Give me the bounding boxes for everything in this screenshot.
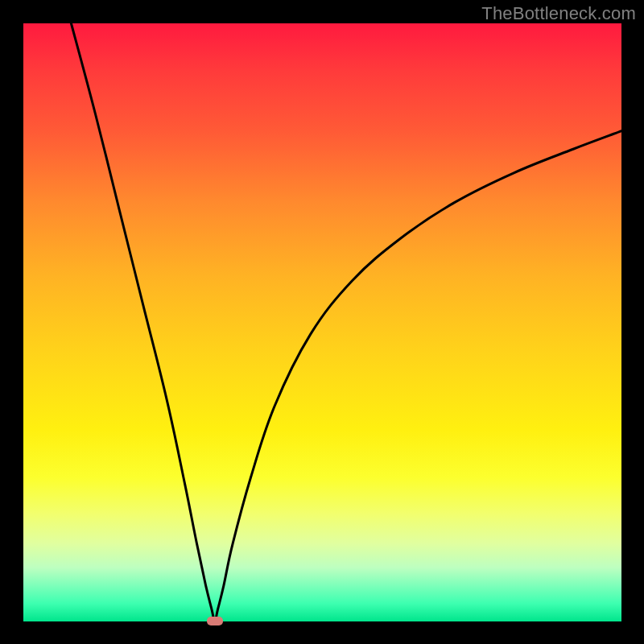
bottleneck-point-marker bbox=[207, 617, 223, 625]
watermark-text: TheBottleneck.com bbox=[481, 3, 636, 24]
chart-frame: TheBottleneck.com bbox=[0, 0, 644, 644]
plot-area bbox=[23, 23, 621, 621]
curve-svg bbox=[23, 23, 621, 621]
bottleneck-curve bbox=[71, 23, 621, 621]
